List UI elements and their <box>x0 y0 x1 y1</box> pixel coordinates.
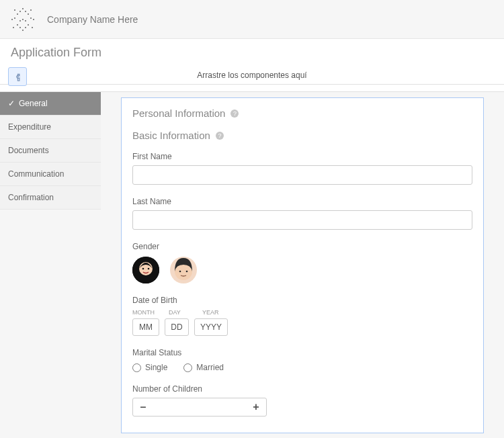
page-title: Application Form <box>0 39 504 67</box>
field-last-name: Last Name <box>132 197 472 230</box>
gender-option-female[interactable] <box>132 257 159 283</box>
marital-label-married: Married <box>196 363 224 372</box>
sidebar-item-general[interactable]: ✓ General <box>0 92 101 116</box>
marital-option-married[interactable]: Married <box>183 363 224 372</box>
sidebar-item-label: Communication <box>8 169 64 179</box>
gender-label: Gender <box>132 242 472 251</box>
gender-option-male[interactable] <box>170 257 197 283</box>
sidebar-item-documents[interactable]: Documents <box>0 139 101 163</box>
dob-year-header: YEAR <box>202 309 236 316</box>
top-bar: Company Name Here <box>0 0 504 39</box>
field-gender: Gender <box>132 242 472 283</box>
help-icon[interactable]: ? <box>216 132 224 140</box>
female-avatar-icon <box>132 257 159 283</box>
marital-option-single[interactable]: Single <box>132 363 167 372</box>
svg-point-2 <box>142 268 144 270</box>
male-avatar-icon <box>170 257 197 283</box>
form-panel: Personal Information ? Basic Information… <box>121 97 484 433</box>
first-name-input[interactable] <box>132 165 472 185</box>
children-stepper: – + <box>132 398 267 417</box>
first-name-label: First Name <box>132 152 472 161</box>
section-title-text: Personal Information <box>132 107 225 119</box>
last-name-label: Last Name <box>132 197 472 206</box>
sidebar-item-confirmation[interactable]: Confirmation <box>0 186 101 210</box>
company-logo <box>9 6 36 33</box>
children-value[interactable] <box>153 398 246 416</box>
sidebar-item-label: Expenditure <box>8 122 51 132</box>
dob-headers: MONTH DAY YEAR <box>132 309 472 316</box>
dob-label: Date of Birth <box>132 296 472 305</box>
dob-day-input[interactable]: DD <box>165 318 189 336</box>
children-increment-button[interactable]: + <box>246 398 266 416</box>
main-area: ✓ General Expenditure Documents Communic… <box>0 91 504 438</box>
sidebar-item-label: General <box>19 99 48 108</box>
field-children: Number of Children – + <box>132 384 472 417</box>
svg-point-5 <box>179 271 181 273</box>
field-marital-status: Marital Status Single Married <box>132 348 472 372</box>
section-title-text: Basic Information <box>132 130 210 141</box>
content-area: Personal Information ? Basic Information… <box>101 92 504 438</box>
marital-radio-married[interactable] <box>183 363 192 372</box>
svg-point-6 <box>186 271 188 273</box>
section-personal-info: Personal Information ? <box>132 107 472 119</box>
check-icon: ✓ <box>8 99 15 108</box>
field-dob: Date of Birth MONTH DAY YEAR MM DD YYYY <box>132 296 472 336</box>
marital-label: Marital Status <box>132 348 472 357</box>
company-name: Company Name Here <box>47 14 138 25</box>
dob-month-input[interactable]: MM <box>132 318 159 336</box>
section-basic-info: Basic Information ? <box>132 130 472 141</box>
marital-radio-single[interactable] <box>132 363 141 372</box>
help-icon[interactable]: ? <box>230 110 239 118</box>
sidebar-item-communication[interactable]: Communication <box>0 163 101 186</box>
sidebar: ✓ General Expenditure Documents Communic… <box>0 92 101 438</box>
field-first-name: First Name <box>132 152 472 185</box>
sidebar-item-label: Documents <box>8 146 49 155</box>
dob-day-header: DAY <box>169 309 193 316</box>
wrench-icon <box>13 72 22 81</box>
marital-label-single: Single <box>145 363 167 372</box>
children-decrement-button[interactable]: – <box>133 398 153 416</box>
dob-year-input[interactable]: YYYY <box>194 318 228 336</box>
children-label: Number of Children <box>132 384 472 394</box>
sidebar-item-expenditure[interactable]: Expenditure <box>0 116 101 139</box>
last-name-input[interactable] <box>132 210 472 230</box>
dob-month-header: MONTH <box>132 309 159 316</box>
sidebar-item-label: Confirmation <box>8 193 54 202</box>
wrench-tool-button[interactable] <box>8 67 27 86</box>
svg-point-3 <box>148 268 150 270</box>
